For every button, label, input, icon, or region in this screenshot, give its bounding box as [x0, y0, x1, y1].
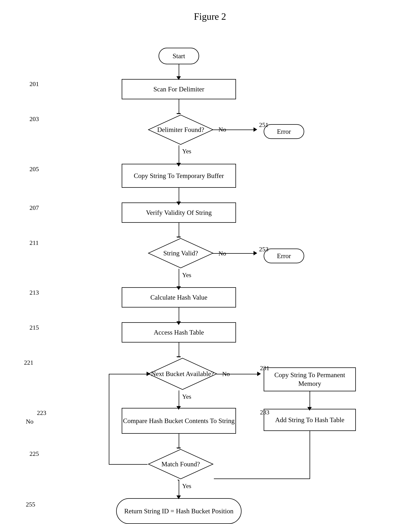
node-215-label: Access Hash Table: [154, 328, 204, 337]
ref-225: 225: [29, 450, 39, 457]
node-251-label: Error: [277, 127, 291, 136]
ref-215: 215: [29, 324, 39, 331]
node-233: Add String To Hash Table: [264, 409, 356, 431]
node-213-label: Calculate Hash Value: [150, 293, 207, 302]
label-no-223: No: [26, 418, 34, 425]
node-211: String Valid?: [147, 237, 214, 269]
label-yes-211: Yes: [182, 271, 191, 279]
node-225-label: Match Found?: [161, 460, 200, 469]
diagram: Start 201 Scan For Delimiter 203 Delimit…: [0, 29, 420, 524]
node-251: Error: [264, 124, 304, 139]
ref-201: 201: [29, 80, 39, 87]
label-yes-203: Yes: [182, 148, 191, 155]
ref-221: 221: [24, 359, 33, 366]
node-211-label: String Valid?: [163, 249, 198, 258]
ref-203: 203: [29, 115, 39, 122]
node-221: Next Bucket Available?: [147, 357, 218, 390]
node-207-label: Verify Validity Of String: [146, 208, 212, 217]
node-213: Calculate Hash Value: [122, 287, 236, 307]
node-203: Delimiter Found?: [147, 114, 214, 145]
node-231-label: Copy String To Permanent Memory: [264, 371, 355, 388]
node-215: Access Hash Table: [122, 322, 236, 342]
node-205: Copy String To Temporary Buffer: [122, 164, 236, 188]
node-255-label: Return String ID = Hash Bucket Position: [124, 507, 233, 515]
node-255: Return String ID = Hash Bucket Position: [116, 498, 241, 524]
label-yes-225: Yes: [182, 482, 191, 489]
ref-207: 207: [29, 204, 39, 211]
node-233-label: Add String To Hash Table: [275, 416, 344, 424]
node-221-label: Next Bucket Available?: [151, 370, 214, 378]
start-label: Start: [173, 52, 185, 61]
node-253-label: Error: [277, 252, 291, 260]
node-253: Error: [264, 249, 304, 263]
node-205-label: Copy String To Temporary Buffer: [134, 172, 224, 180]
ref-213: 213: [29, 289, 39, 296]
node-203-label: Delimiter Found?: [157, 125, 204, 134]
node-223: Compare Hash Bucket Contents To String: [122, 408, 236, 434]
start-node: Start: [159, 48, 199, 64]
node-201: Scan For Delimiter: [122, 79, 236, 99]
figure-title: Figure 2: [0, 0, 420, 29]
ref-211: 211: [29, 239, 39, 246]
ref-223: 223: [37, 409, 46, 416]
ref-255: 255: [26, 501, 35, 508]
node-207: Verify Validity Of String: [122, 202, 236, 223]
node-223-label: Compare Hash Bucket Contents To String: [123, 417, 235, 425]
label-yes-221: Yes: [182, 393, 191, 400]
node-201-label: Scan For Delimiter: [153, 85, 204, 94]
node-231: Copy String To Permanent Memory: [264, 367, 356, 391]
ref-205: 205: [29, 166, 39, 173]
node-225: Match Found?: [147, 448, 214, 480]
